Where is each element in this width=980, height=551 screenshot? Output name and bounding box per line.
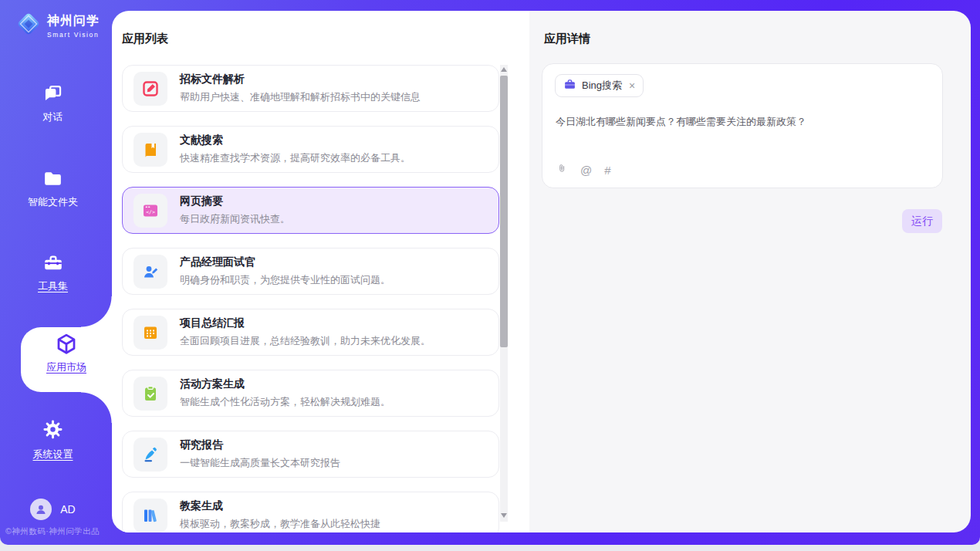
app-card-description: 明确身份和职责，为您提供专业性的面试问题。: [180, 273, 390, 287]
diamond-logo-icon: [15, 11, 42, 40]
tab-curve-top: [81, 296, 112, 327]
list-scrollbar[interactable]: [500, 65, 508, 522]
app-card[interactable]: 教案生成模板驱动，教案秒成，教学准备从此轻松快捷: [122, 492, 499, 532]
sidebar-item-label: 智能文件夹: [0, 195, 106, 209]
prompt-input-card[interactable]: Bing搜索 × 今日湖北有哪些新闻要点？有哪些需要关注的最新政策？ @ #: [542, 63, 943, 188]
folder-icon: [42, 177, 63, 190]
app-card-title: 项目总结汇报: [180, 316, 431, 330]
app-card-description: 帮助用户快速、准确地理解和解析招标书中的关键信息: [180, 90, 421, 104]
app-card-description: 每日政府新闻资讯快查。: [180, 212, 290, 226]
scroll-down-icon[interactable]: [501, 513, 507, 518]
chat-icon: [42, 92, 63, 105]
clipboard-check-icon: [133, 377, 167, 411]
user-account[interactable]: AD: [0, 499, 106, 520]
app-list-title: 应用列表: [122, 32, 168, 46]
tool-chip-bing-search[interactable]: Bing搜索 ×: [555, 74, 644, 97]
schedule-icon: [133, 316, 167, 350]
brand-subtitle: Smart Vision: [47, 31, 100, 39]
webpage-code-icon: </>: [133, 194, 167, 228]
app-card[interactable]: 产品经理面试官明确身份和职责，为您提供专业性的面试问题。: [122, 248, 499, 295]
sidebar-item-chat[interactable]: 对话: [0, 83, 106, 124]
app-detail-panel: 应用详情 Bing搜索 × 今日湖北有哪些新闻要点？有哪些需要关注的最新政策？ …: [529, 11, 971, 532]
chip-close-icon[interactable]: ×: [629, 80, 635, 91]
avatar: [30, 499, 52, 520]
app-list-panel: 应用列表 招标文件解析帮助用户快速、准确地理解和解析招标书中的关键信息文献搜索快…: [112, 11, 529, 532]
run-button[interactable]: 运行: [902, 209, 942, 233]
content-card: 应用列表 招标文件解析帮助用户快速、准确地理解和解析招标书中的关键信息文献搜索快…: [112, 11, 971, 532]
app-card-title: 活动方案生成: [180, 377, 390, 391]
sidebar-item-toolset[interactable]: 工具集: [0, 252, 106, 293]
pen-report-icon: [133, 438, 167, 472]
book-icon: [133, 133, 167, 167]
app-card-title: 文献搜索: [180, 134, 411, 147]
svg-text:</>: </>: [146, 209, 155, 215]
app-card-title: 教案生成: [180, 499, 380, 513]
sidebar-item-app-market[interactable]: 应用市场: [21, 327, 112, 392]
sidebar-item-label: 应用市场: [21, 360, 112, 374]
document-edit-icon: [133, 72, 167, 106]
brand-name: 神州问学: [47, 13, 100, 29]
prompt-text[interactable]: 今日湖北有哪些新闻要点？有哪些需要关注的最新政策？: [556, 115, 926, 129]
sidebar-item-label: 对话: [0, 110, 106, 124]
mention-icon[interactable]: @: [580, 164, 592, 177]
input-toolbar: @ #: [556, 162, 611, 177]
scrollbar-thumb[interactable]: [500, 76, 508, 347]
hashtag-icon[interactable]: #: [604, 164, 610, 177]
app-card-description: 快速精准查找学术资源，提高研究效率的必备工具。: [180, 151, 411, 165]
app-card-description: 一键智能生成高质量长文本研究报告: [180, 456, 340, 470]
copyright-text: ©神州数码·神州问学出品: [5, 526, 100, 537]
app-card-description: 全面回顾项目进展，总结经验教训，助力未来优化发展。: [180, 334, 431, 348]
app-card[interactable]: 文献搜索快速精准查找学术资源，提高研究效率的必备工具。: [122, 126, 499, 173]
sidebar-item-label: 系统设置: [0, 448, 106, 461]
app-card[interactable]: 研究报告一键智能生成高质量长文本研究报告: [122, 431, 499, 478]
sidebar-item-settings[interactable]: 系统设置: [0, 419, 106, 461]
sidebar-item-smart-folder[interactable]: 智能文件夹: [0, 169, 106, 209]
app-card[interactable]: </>网页摘要每日政府新闻资讯快查。: [122, 187, 499, 234]
tool-chip-label: Bing搜索: [582, 79, 622, 93]
brand-logo: 神州问学 Smart Vision: [15, 11, 100, 40]
scroll-up-icon[interactable]: [501, 67, 507, 72]
app-card[interactable]: 项目总结汇报全面回顾项目进展，总结经验教训，助力未来优化发展。: [122, 309, 499, 356]
app-card-title: 招标文件解析: [180, 73, 421, 86]
app-card-title: 产品经理面试官: [180, 255, 390, 269]
app-detail-title: 应用详情: [544, 32, 590, 46]
app-card[interactable]: 招标文件解析帮助用户快速、准确地理解和解析招标书中的关键信息: [122, 65, 499, 112]
app-card-description: 模板驱动，教案秒成，教学准备从此轻松快捷: [180, 517, 380, 531]
app-card-list: 招标文件解析帮助用户快速、准确地理解和解析招标书中的关键信息文献搜索快速精准查找…: [122, 65, 499, 532]
cube-icon: [54, 345, 79, 358]
gear-icon: [42, 429, 63, 442]
toolbox-icon: [42, 261, 64, 274]
app-card-title: 研究报告: [180, 438, 340, 452]
attachment-icon[interactable]: [556, 162, 568, 177]
app-card-title: 网页摘要: [180, 194, 290, 208]
app-card-description: 智能生成个性化活动方案，轻松解决规划难题。: [180, 395, 390, 409]
briefcase-icon: [563, 78, 576, 94]
interviewer-icon: [133, 255, 167, 289]
app-card[interactable]: 活动方案生成智能生成个性化活动方案，轻松解决规划难题。: [122, 370, 499, 417]
person-icon: [34, 502, 48, 516]
user-initials: AD: [60, 503, 75, 516]
tab-curve-bottom: [81, 392, 112, 423]
books-icon: [133, 499, 167, 532]
sidebar-item-label: 工具集: [0, 279, 106, 293]
